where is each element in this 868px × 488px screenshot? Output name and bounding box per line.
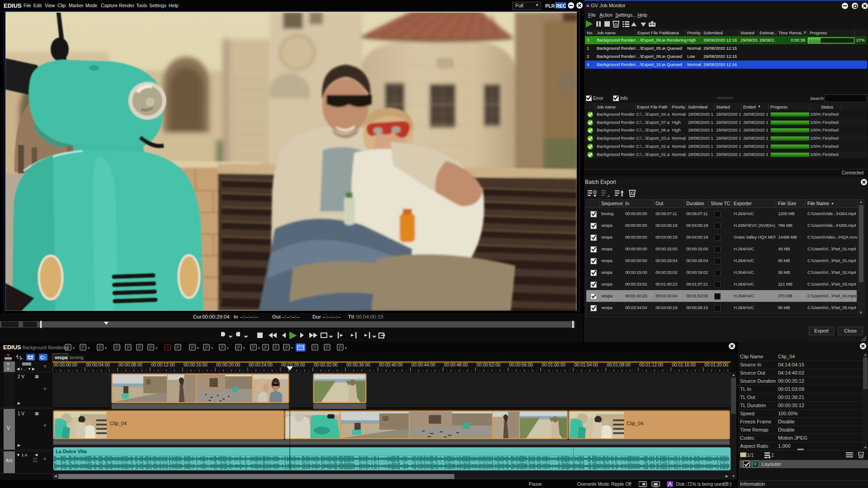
svg-text:G: G [859, 453, 863, 458]
svg-text:00:00:28:00: 00:00:28:00 [281, 362, 305, 367]
svg-text:00:01:00:00: 00:01:00:00 [542, 362, 566, 367]
svg-text:00:00:36:00: 00:00:36:00 [346, 362, 370, 367]
svg-text:00:00:08:00: 00:00:08:00 [118, 362, 142, 367]
svg-text:00:00:12:00: 00:00:12:00 [151, 362, 175, 367]
svg-text:00:01:20:00: 00:01:20:00 [704, 362, 728, 367]
svg-text:00:01:04:00: 00:01:04:00 [574, 362, 598, 367]
svg-text:00:00:32:00: 00:00:32:00 [314, 362, 338, 367]
svg-text:C:: C: [40, 355, 46, 360]
svg-text:G: G [631, 191, 634, 196]
svg-text:Clip_04: Clip_04 [627, 421, 643, 426]
svg-text:00:00:04:00: 00:00:04:00 [86, 362, 110, 367]
svg-text:00:00:52:00: 00:00:52:00 [476, 362, 500, 367]
svg-text:00:01:08:00: 00:01:08:00 [607, 362, 631, 367]
svg-text:00:00:24:00: 00:00:24:00 [249, 362, 273, 367]
svg-text:G: G [614, 22, 618, 27]
svg-text:00:00:40:00: 00:00:40:00 [379, 362, 403, 367]
svg-text:Clip_04: Clip_04 [110, 421, 127, 426]
svg-text:00:00:48:00: 00:00:48:00 [444, 362, 468, 367]
svg-text:00:00:44:00: 00:00:44:00 [411, 362, 435, 367]
svg-text:La Dolce Vita: La Dolce Vita [56, 449, 87, 454]
svg-text:00:00:16:00: 00:00:16:00 [184, 362, 208, 367]
svg-text:00:00:20:00: 00:00:20:00 [216, 362, 240, 367]
svg-text:00:01:12:00: 00:01:12:00 [639, 362, 663, 367]
svg-text:00:00:00:00: 00:00:00:00 [53, 362, 77, 367]
svg-text:00:00:56:00: 00:00:56:00 [509, 362, 533, 367]
svg-text:00:01:16:00: 00:01:16:00 [672, 362, 696, 367]
